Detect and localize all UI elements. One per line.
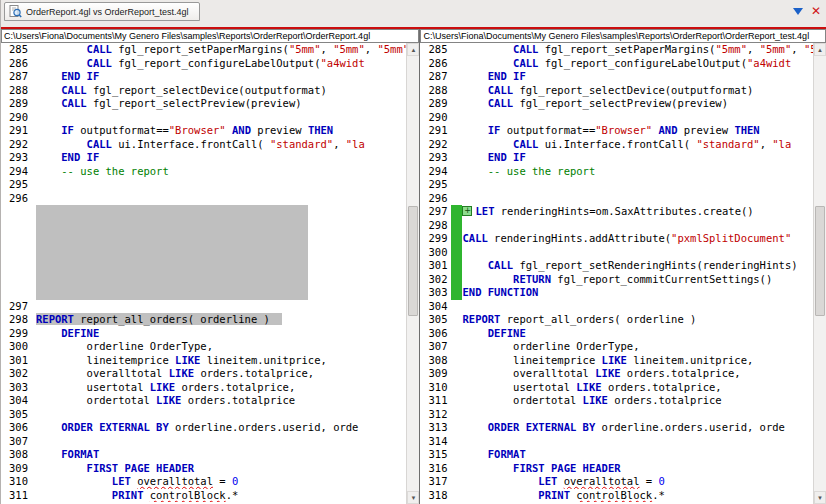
code-line[interactable]: 306 ORDER EXTERNAL BY orderline.orders.u… <box>1 421 406 435</box>
code-line[interactable]: 292 CALL ui.Interface.frontCall( "standa… <box>1 138 406 152</box>
code-line[interactable]: 301 CALL fgl_report_setRenderingHints(re… <box>420 259 813 273</box>
code-line[interactable]: 290 <box>420 111 813 125</box>
left-code-area[interactable]: 285 CALL fgl_report_setPaperMargins("5mm… <box>1 43 406 504</box>
scrollbar-thumb[interactable] <box>815 206 825 316</box>
code-line[interactable]: 311 ordertotal LIKE orders.totalprice <box>420 394 813 408</box>
collapsed-diff-row[interactable] <box>1 232 406 246</box>
code-line[interactable]: 298REPORT report_all_orders( orderline ) <box>1 313 406 327</box>
right-vertical-scrollbar[interactable]: ▲ ▼ <box>813 43 826 504</box>
left-vertical-scrollbar[interactable]: ▲ ▼ <box>406 43 419 504</box>
collapsed-diff-row[interactable] <box>1 273 406 287</box>
code-line[interactable]: 299CALL renderingHints.addAttribute("pxm… <box>420 232 813 246</box>
collapsed-diff-row[interactable] <box>1 259 406 273</box>
code-line[interactable]: 286 CALL fgl_report_configureLabelOutput… <box>1 57 406 71</box>
code-line[interactable]: 287 END IF <box>420 70 813 84</box>
code-line[interactable]: 299 DEFINE <box>1 327 406 341</box>
code-text: LET overalltotal = 0 <box>462 475 813 489</box>
code-line[interactable]: 304 ordertotal LIKE orders.totalprice <box>1 394 406 408</box>
code-line[interactable]: 310 LET overalltotal = 0 <box>1 475 406 489</box>
code-line[interactable]: 314 <box>420 435 813 449</box>
code-line[interactable]: 285 CALL fgl_report_setPaperMargins("5mm… <box>1 43 406 57</box>
code-line[interactable]: 293 END IF <box>1 151 406 165</box>
code-line[interactable]: 291 IF outputformat=="Browser" AND previ… <box>1 124 406 138</box>
code-line[interactable]: 288 CALL fgl_report_selectDevice(outputf… <box>420 84 813 98</box>
scroll-down-icon: ▼ <box>411 495 417 501</box>
code-line[interactable]: 289 CALL fgl_report_selectPreview(previe… <box>1 97 406 111</box>
collapsed-diff-row[interactable] <box>1 219 406 233</box>
code-line[interactable]: 288 CALL fgl_report_selectDevice(outputf… <box>1 84 406 98</box>
code-line[interactable]: 317 LET overalltotal = 0 <box>420 475 813 489</box>
code-line[interactable]: 304 <box>420 300 813 314</box>
line-number: 302 <box>420 273 451 287</box>
scrollbar-track[interactable] <box>407 56 419 491</box>
code-line[interactable]: 305REPORT report_all_orders( orderline ) <box>420 313 813 327</box>
code-line[interactable]: 293 END IF <box>420 151 813 165</box>
code-line[interactable]: 318 PRINT controlBlock.* <box>420 489 813 503</box>
code-line[interactable]: 296 <box>420 192 813 206</box>
code-line[interactable]: 309 FIRST PAGE HEADER <box>1 462 406 476</box>
code-line[interactable]: 313 ORDER EXTERNAL BY orderline.orders.u… <box>420 421 813 435</box>
scrollbar-thumb[interactable] <box>408 206 418 316</box>
code-line[interactable]: 289 CALL fgl_report_selectPreview(previe… <box>420 97 813 111</box>
change-marker-gutter <box>451 435 462 449</box>
code-line[interactable]: 302 RETURN fgl_report_commitCurrentSetti… <box>420 273 813 287</box>
change-marker-gutter <box>451 475 462 489</box>
code-line[interactable]: 307 orderline OrderType, <box>420 340 813 354</box>
line-number <box>1 205 32 219</box>
compare-files-icon <box>9 5 22 18</box>
code-line[interactable]: 295 <box>420 178 813 192</box>
code-line[interactable]: 300 <box>420 246 813 260</box>
code-line[interactable]: 315 FORMAT <box>420 448 813 462</box>
code-line[interactable]: 286 CALL fgl_report_configureLabelOutput… <box>420 57 813 71</box>
code-line[interactable]: 298 <box>420 219 813 233</box>
code-line[interactable]: 308 lineitemprice LIKE lineitem.unitpric… <box>420 354 813 368</box>
code-line[interactable]: 310 usertotal LIKE orders.totalprice, <box>420 381 813 395</box>
line-number: 295 <box>420 178 451 192</box>
code-line[interactable]: 305 <box>1 408 406 422</box>
code-line[interactable]: 312 <box>420 408 813 422</box>
code-line[interactable]: 296 <box>1 192 406 206</box>
code-line[interactable]: 292 CALL ui.Interface.frontCall( "standa… <box>420 138 813 152</box>
code-text: overalltotal LIKE orders.totalprice, <box>462 367 813 381</box>
code-line[interactable]: 297 <box>1 300 406 314</box>
code-line[interactable]: 306 DEFINE <box>420 327 813 341</box>
line-number: 300 <box>1 340 32 354</box>
expand-change-plus-icon[interactable]: + <box>462 206 472 216</box>
compare-tab[interactable]: OrderReport.4gl vs OrderReport_test.4gl <box>4 2 200 21</box>
code-text: lineitemprice LIKE lineitem.unitprice, <box>462 354 813 368</box>
code-line[interactable]: 303END FUNCTION <box>420 286 813 300</box>
tab-list-dropdown-icon[interactable] <box>793 8 803 15</box>
code-line[interactable]: 316 FIRST PAGE HEADER <box>420 462 813 476</box>
code-line[interactable]: 311 PRINT controlBlock.* <box>1 489 406 503</box>
scroll-down-button[interactable]: ▼ <box>814 491 826 504</box>
code-line[interactable]: 287 END IF <box>1 70 406 84</box>
code-line[interactable]: 295 <box>1 178 406 192</box>
code-line[interactable]: 290 <box>1 111 406 125</box>
code-line[interactable]: 300 orderline OrderType, <box>1 340 406 354</box>
right-code-area[interactable]: 285 CALL fgl_report_setPaperMargins("5mm… <box>420 43 813 504</box>
line-number: 297 <box>1 300 32 314</box>
code-text <box>36 111 406 125</box>
code-line[interactable]: 303 usertotal LIKE orders.totalprice, <box>1 381 406 395</box>
code-line[interactable]: 285 CALL fgl_report_setPaperMargins("5mm… <box>420 43 813 57</box>
code-line[interactable]: 307 <box>1 435 406 449</box>
collapsed-diff-row[interactable] <box>1 205 406 219</box>
code-line[interactable]: 301 lineitemprice LIKE lineitem.unitpric… <box>1 354 406 368</box>
scroll-down-button[interactable]: ▼ <box>407 491 419 504</box>
scroll-up-button[interactable]: ▲ <box>407 43 419 56</box>
code-text: CALL fgl_report_selectDevice(outputforma… <box>36 84 406 98</box>
close-tab-button[interactable]: ✕ <box>811 5 821 17</box>
code-line[interactable]: 309 overalltotal LIKE orders.totalprice, <box>420 367 813 381</box>
code-line[interactable]: 291 IF outputformat=="Browser" AND previ… <box>420 124 813 138</box>
collapsed-diff-row[interactable] <box>1 246 406 260</box>
code-line[interactable]: 294 -- use the report <box>1 165 406 179</box>
code-line[interactable]: 302 overalltotal LIKE orders.totalprice, <box>1 367 406 381</box>
collapsed-diff-row[interactable] <box>1 286 406 300</box>
code-text: LET overalltotal = 0 <box>36 475 406 489</box>
scrollbar-track[interactable] <box>814 56 826 491</box>
added-line-bar <box>451 219 462 233</box>
scroll-up-button[interactable]: ▲ <box>814 43 826 56</box>
code-line[interactable]: 308 FORMAT <box>1 448 406 462</box>
code-line[interactable]: 297+LET renderingHints=om.SaxAttributes.… <box>420 205 813 219</box>
code-line[interactable]: 294 -- use the report <box>420 165 813 179</box>
